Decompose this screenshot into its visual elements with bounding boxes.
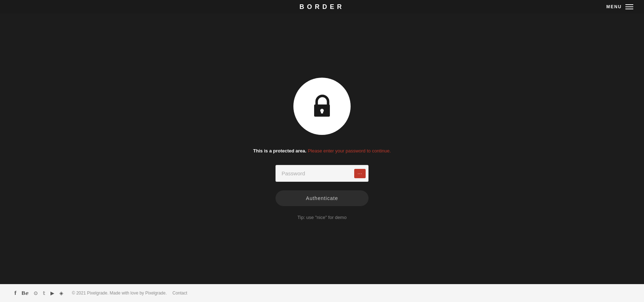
footer-copyright: © 2021 Pixelgrade. Made with love by Pix…	[72, 291, 167, 296]
youtube-icon[interactable]: ▶	[50, 290, 54, 296]
facebook-icon[interactable]: 𝗳	[14, 290, 16, 296]
hamburger-icon	[625, 4, 633, 9]
site-logo: BORDER	[299, 3, 345, 11]
menu-label: MENU	[606, 4, 622, 9]
svg-rect-2	[321, 111, 323, 113]
hamburger-line-1	[625, 4, 633, 5]
password-toggle-button[interactable]: ···	[354, 169, 366, 178]
lock-icon	[309, 94, 335, 119]
vimeo-icon[interactable]: ◈	[59, 290, 63, 296]
description-light: Please enter your password to continue.	[308, 148, 391, 154]
behance-icon[interactable]: 𝗕ℯ	[21, 290, 29, 296]
footer-contact-link[interactable]: Contact	[172, 291, 187, 296]
description-text: This is a protected area. Please enter y…	[253, 146, 391, 155]
dots-icon: ···	[357, 171, 362, 176]
header: BORDER MENU	[0, 0, 644, 14]
footer-social: 𝗳 𝗕ℯ ⊙ 𝕥 ▶ ◈	[14, 290, 63, 296]
auth-container: This is a protected area. Please enter y…	[253, 78, 391, 220]
menu-button[interactable]: MENU	[606, 4, 633, 9]
tip-text: Tip: use "nice" for demo	[297, 215, 346, 220]
twitter-icon[interactable]: 𝕥	[43, 290, 45, 296]
hamburger-line-3	[625, 9, 633, 9]
main-content: This is a protected area. Please enter y…	[0, 14, 644, 284]
description-bold: This is a protected area.	[253, 148, 307, 154]
lock-circle	[293, 78, 351, 135]
footer: 𝗳 𝗕ℯ ⊙ 𝕥 ▶ ◈ © 2021 Pixelgrade. Made wit…	[0, 284, 644, 302]
hamburger-line-2	[625, 6, 633, 7]
authenticate-button[interactable]: Authenticate	[275, 190, 369, 206]
password-wrapper: ···	[275, 165, 369, 182]
dribbble-icon[interactable]: ⊙	[34, 290, 38, 296]
